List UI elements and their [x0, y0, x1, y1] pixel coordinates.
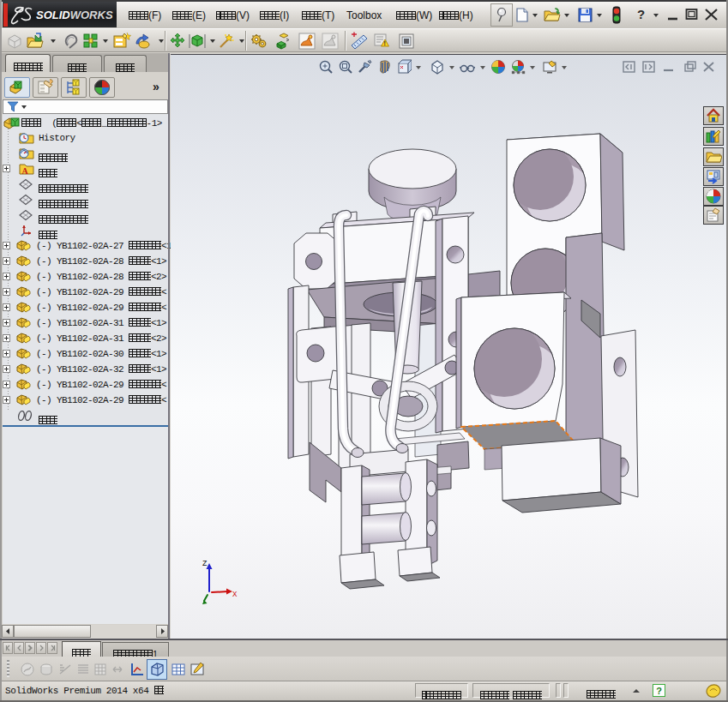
- svg-text:X: X: [232, 591, 238, 599]
- svg-text:A: A: [22, 166, 29, 176]
- svg-text:SOLIDWORKS: SOLIDWORKS: [36, 9, 113, 21]
- svg-text:Z: Z: [202, 560, 208, 568]
- svg-text:!: !: [383, 40, 385, 46]
